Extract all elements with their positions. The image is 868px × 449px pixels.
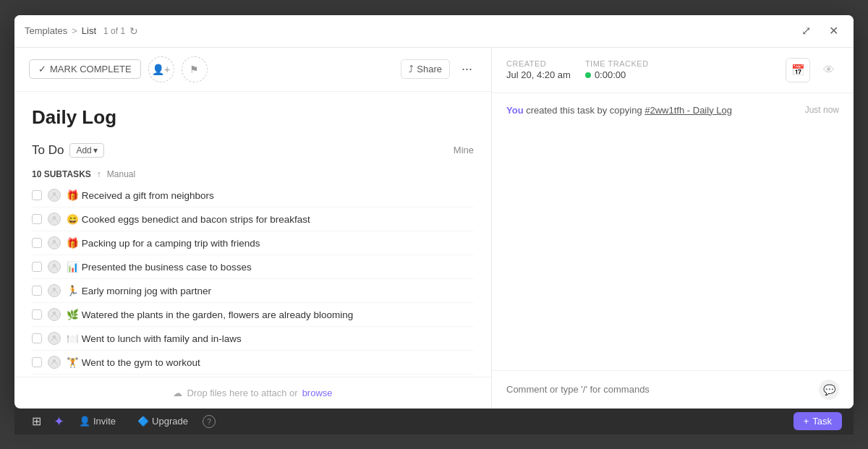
subtask-avatar <box>48 189 61 202</box>
subtask-text: 🏃 Early morning jog with partner <box>67 285 211 296</box>
comment-input[interactable] <box>506 384 812 395</box>
refresh-icon[interactable]: ↻ <box>129 25 138 37</box>
subtask-text: 🌿 Watered the plants in the garden, flow… <box>67 309 353 320</box>
watch-button[interactable]: 👁 <box>819 60 839 80</box>
subtask-checkbox[interactable] <box>32 190 42 200</box>
share-button[interactable]: ⤴ Share <box>401 59 450 79</box>
task-title-area: Daily Log <box>14 92 491 136</box>
left-panel: ✓ MARK COMPLETE 👤+ ⚑ ⤴ Share <box>14 48 492 409</box>
task-label: Task <box>812 416 832 427</box>
mine-label: Mine <box>454 145 474 155</box>
activity-time: Just now <box>805 105 839 115</box>
subtask-row: 🎁 Packing up for a camping trip with fri… <box>32 231 474 255</box>
flag-button[interactable]: ⚑ <box>182 56 208 82</box>
share-label: Share <box>417 64 442 74</box>
svg-point-6 <box>53 335 56 338</box>
star-logo: ✦ <box>54 414 64 429</box>
add-assignee-button[interactable]: 👤+ <box>148 56 174 82</box>
mark-complete-button[interactable]: ✓ MARK COMPLETE <box>29 59 141 79</box>
time-tracked-value: 0:00:00 <box>595 69 626 80</box>
activity-text: You created this task by copying #2ww1tf… <box>506 105 732 116</box>
todo-label: To Do <box>32 143 64 158</box>
subtask-avatar <box>48 236 61 249</box>
activity-area: You created this task by copying #2ww1tf… <box>492 93 854 370</box>
flag-icon: ⚑ <box>190 64 199 75</box>
subtasks-count: 10 SUBTASKS <box>32 169 91 179</box>
breadcrumb: Templates > List 1 of 1 ↻ <box>25 25 138 37</box>
svg-point-7 <box>53 359 56 362</box>
subtask-avatar <box>48 332 61 345</box>
upgrade-icon: 🔷 <box>137 416 149 427</box>
subtask-avatar <box>48 356 61 369</box>
add-label: Add <box>76 145 91 155</box>
subtask-checkbox[interactable] <box>32 286 42 296</box>
breadcrumb-separator: > <box>72 25 77 36</box>
breadcrumb-list[interactable]: List <box>82 25 96 36</box>
help-button[interactable]: ? <box>203 415 216 428</box>
subtasks-meta: 10 SUBTASKS ↑ Manual <box>32 162 474 184</box>
more-options-button[interactable]: ··· <box>457 59 477 80</box>
created-label: CREATED <box>506 59 571 68</box>
svg-point-2 <box>53 240 56 243</box>
sort-label[interactable]: Manual <box>107 169 135 179</box>
sort-arrow-icon: ↑ <box>97 169 101 179</box>
created-meta: CREATED Jul 20, 4:20 am <box>506 59 571 80</box>
time-tracked-label: TIME TRACKED <box>585 59 649 68</box>
subtask-checkbox[interactable] <box>32 333 42 343</box>
subtask-checkbox[interactable] <box>32 238 42 248</box>
share-icon: ⤴ <box>409 64 414 74</box>
recording-dot <box>585 72 591 78</box>
page-count: 1 of 1 <box>103 26 125 36</box>
calendar-button[interactable]: 📅 <box>786 58 810 82</box>
invite-icon: 👤 <box>79 416 90 427</box>
subtask-avatar <box>48 308 61 321</box>
upload-icon: ☁ <box>173 388 182 398</box>
right-panel: CREATED Jul 20, 4:20 am TIME TRACKED 0:0… <box>492 48 854 409</box>
invite-label: Invite <box>93 416 116 427</box>
main-content: ✓ MARK COMPLETE 👤+ ⚑ ⤴ Share <box>14 48 854 409</box>
close-button[interactable]: ✕ <box>823 21 843 41</box>
svg-point-1 <box>53 216 56 219</box>
subtask-text: 😄 Cooked eggs benedict and bacon strips … <box>67 213 310 225</box>
subtask-checkbox[interactable] <box>32 262 42 272</box>
activity-action-text: created this task by copying <box>526 105 642 116</box>
top-bar-actions: ⤢ ✕ <box>796 21 843 41</box>
subtask-checkbox[interactable] <box>32 309 42 320</box>
subtask-avatar <box>48 213 61 226</box>
activity-item: You created this task by copying #2ww1tf… <box>506 105 839 116</box>
time-tracked-meta: TIME TRACKED 0:00:00 <box>585 59 649 80</box>
subtask-row: 🍽️ Went to lunch with family and in-laws <box>32 327 474 351</box>
subtask-row: 🌿 Watered the plants in the garden, flow… <box>32 303 474 327</box>
add-button[interactable]: Add ▾ <box>69 143 103 158</box>
top-bar: Templates > List 1 of 1 ↻ ⤢ ✕ <box>14 15 854 48</box>
activity-link[interactable]: #2ww1tfh - Daily Log <box>644 105 732 116</box>
task-title[interactable]: Daily Log <box>32 106 474 129</box>
subtask-text: 📊 Presented the business case to bosses <box>67 261 252 273</box>
expand-button[interactable]: ⤢ <box>796 21 816 41</box>
invite-button[interactable]: 👤 Invite <box>72 413 123 429</box>
apps-icon[interactable]: ⊞ <box>26 411 46 432</box>
chevron-down-icon: ▾ <box>93 145 98 155</box>
svg-point-0 <box>53 192 56 195</box>
browse-link[interactable]: browse <box>302 388 333 398</box>
activity-you: You <box>506 105 524 116</box>
subtask-avatar <box>48 260 61 273</box>
comment-send-button[interactable]: 💬 <box>819 380 839 400</box>
subtasks-area[interactable]: 10 SUBTASKS ↑ Manual 🎁 Received a gift f… <box>14 162 491 377</box>
bottom-left-actions: ⊞ ✦ 👤 Invite 🔷 Upgrade ? <box>26 411 216 432</box>
subtask-row: 🎁 Received a gift from neighbors <box>32 184 474 208</box>
upgrade-label: Upgrade <box>152 416 188 427</box>
breadcrumb-templates[interactable]: Templates <box>25 25 67 36</box>
subtask-checkbox[interactable] <box>32 214 42 224</box>
new-task-button[interactable]: + Task <box>793 412 842 430</box>
meta-right-actions: 📅 👁 <box>786 58 839 82</box>
subtask-text: 🎁 Packing up for a camping trip with fri… <box>67 237 260 249</box>
subtask-list: 🎁 Received a gift from neighbors 😄 Cooke… <box>32 184 474 377</box>
upgrade-button[interactable]: 🔷 Upgrade <box>130 413 195 429</box>
subtask-text: 🎁 Received a gift from neighbors <box>67 189 214 201</box>
time-tracked-value-container: 0:00:00 <box>585 69 649 80</box>
subtask-checkbox[interactable] <box>32 357 42 367</box>
subtask-row: 📊 Presented the business case to bosses <box>32 255 474 279</box>
subtask-row: 😄 Cooked eggs benedict and bacon strips … <box>32 208 474 231</box>
subtask-row: 🏋️ Went to the gym to workout <box>32 351 474 375</box>
